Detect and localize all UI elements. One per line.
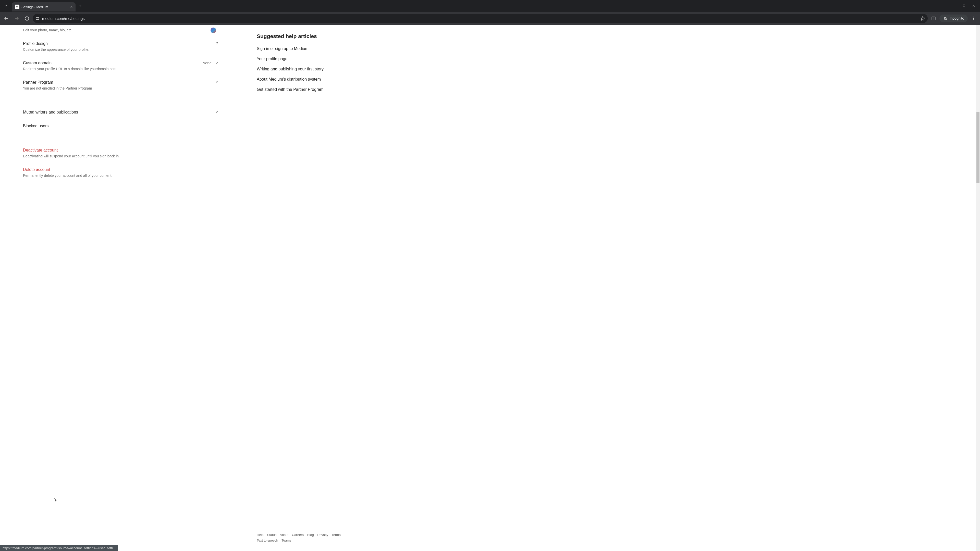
muted-writers-row[interactable]: Muted writers and publications (23, 105, 245, 119)
footer-link-help[interactable]: Help (257, 533, 264, 537)
svg-point-19 (974, 18, 974, 19)
footer-link-tts[interactable]: Text to speech (257, 538, 278, 542)
window-close-button[interactable] (972, 4, 975, 8)
partner-program-desc: You are not enrolled in the Partner Prog… (23, 86, 245, 90)
help-sidebar: Suggested help articles Sign in or sign … (245, 25, 372, 551)
back-button[interactable] (2, 14, 11, 23)
svg-line-24 (216, 111, 218, 113)
footer-link-careers[interactable]: Careers (292, 533, 304, 537)
svg-rect-10 (36, 17, 39, 20)
footer-link-status[interactable]: Status (267, 533, 277, 537)
svg-rect-5 (963, 5, 965, 7)
svg-point-15 (944, 19, 945, 20)
external-link-icon (215, 61, 219, 65)
profile-design-title: Profile design (23, 41, 245, 46)
deactivate-account-desc: Deactivating will suspend your account u… (23, 154, 245, 158)
svg-point-18 (974, 17, 974, 17)
page-viewport: Edit your photo, name, bio, etc. Profile… (0, 25, 980, 551)
window-minimize-button[interactable] (953, 4, 956, 8)
tab-close-button[interactable] (70, 5, 73, 8)
browser-tab[interactable]: •• Settings - Medium (12, 2, 76, 11)
partner-program-title: Partner Program (23, 80, 245, 85)
scrollbar-thumb[interactable] (977, 112, 980, 183)
external-link-icon (215, 80, 219, 84)
window-maximize-button[interactable] (963, 4, 966, 8)
suggested-heading: Suggested help articles (257, 33, 372, 39)
deactivate-account-row[interactable]: Deactivate account Deactivating will sus… (23, 143, 245, 163)
bookmark-star-icon[interactable] (920, 16, 925, 21)
svg-line-21 (216, 43, 218, 44)
svg-line-22 (216, 62, 218, 64)
new-tab-button[interactable] (78, 4, 82, 8)
help-link-signin[interactable]: Sign in or sign up to Medium (257, 46, 372, 51)
profile-design-row[interactable]: Profile design Customize the appearance … (23, 37, 245, 56)
footer-link-blog[interactable]: Blog (307, 533, 314, 537)
address-bar[interactable]: medium.com/me/settings (33, 14, 928, 23)
url-text: medium.com/me/settings (42, 16, 85, 21)
custom-domain-row[interactable]: Custom domain Redirect your profile URL … (23, 56, 245, 76)
svg-line-23 (216, 81, 218, 83)
help-link-profile[interactable]: Your profile page (257, 57, 372, 61)
profile-design-desc: Customize the appearance of your profile… (23, 48, 245, 52)
browser-toolbar: medium.com/me/settings Incognito (0, 12, 980, 25)
svg-point-20 (974, 19, 974, 20)
footer-links: Help Status About Careers Blog Privacy T… (257, 532, 365, 543)
delete-account-row[interactable]: Delete account Permanently delete your a… (23, 163, 245, 182)
medium-favicon-icon: •• (15, 5, 19, 9)
delete-account-title: Delete account (23, 167, 245, 172)
partner-program-row[interactable]: Partner Program You are not enrolled in … (23, 76, 245, 95)
vertical-scrollbar[interactable] (976, 25, 980, 551)
forward-button[interactable] (12, 14, 21, 23)
tab-title: Settings - Medium (21, 5, 68, 9)
incognito-label: Incognito (950, 16, 964, 21)
custom-domain-value: None (202, 61, 212, 65)
external-link-icon (215, 110, 219, 114)
svg-rect-13 (932, 17, 935, 20)
incognito-indicator[interactable]: Incognito (939, 14, 968, 22)
avatar-icon (210, 27, 216, 33)
divider (23, 138, 219, 138)
footer-link-about[interactable]: About (280, 533, 288, 537)
delete-account-desc: Permanently delete your account and all … (23, 173, 245, 178)
external-link-icon (215, 41, 219, 45)
svg-point-16 (945, 19, 947, 20)
side-panel-icon[interactable] (929, 14, 938, 23)
divider (23, 100, 219, 100)
browser-tab-strip: •• Settings - Medium (0, 0, 980, 12)
blocked-users-row[interactable]: Blocked users (23, 119, 245, 133)
site-info-icon[interactable] (35, 16, 40, 21)
footer-link-privacy[interactable]: Privacy (317, 533, 328, 537)
blocked-users-title: Blocked users (23, 124, 245, 128)
footer-link-teams[interactable]: Teams (282, 538, 291, 542)
tabs-dropdown-button[interactable] (0, 0, 12, 12)
svg-marker-12 (921, 16, 925, 20)
custom-domain-desc: Redirect your profile URL to a domain li… (23, 67, 245, 71)
help-link-distribution[interactable]: About Medium's distribution system (257, 77, 372, 82)
settings-main-column: Edit your photo, name, bio, etc. Profile… (0, 25, 245, 551)
incognito-icon (943, 16, 948, 21)
help-link-writing[interactable]: Writing and publishing your first story (257, 67, 372, 71)
profile-info-row[interactable]: Edit your photo, name, bio, etc. (23, 28, 245, 37)
muted-writers-title: Muted writers and publications (23, 110, 245, 114)
help-link-partner[interactable]: Get started with the Partner Program (257, 87, 372, 92)
deactivate-account-title: Deactivate account (23, 148, 245, 152)
browser-menu-button[interactable] (969, 14, 978, 23)
reload-button[interactable] (22, 14, 31, 23)
footer-link-terms[interactable]: Terms (331, 533, 340, 537)
status-bar-link-preview: https://medium.com/partner-program?sourc… (0, 545, 118, 551)
